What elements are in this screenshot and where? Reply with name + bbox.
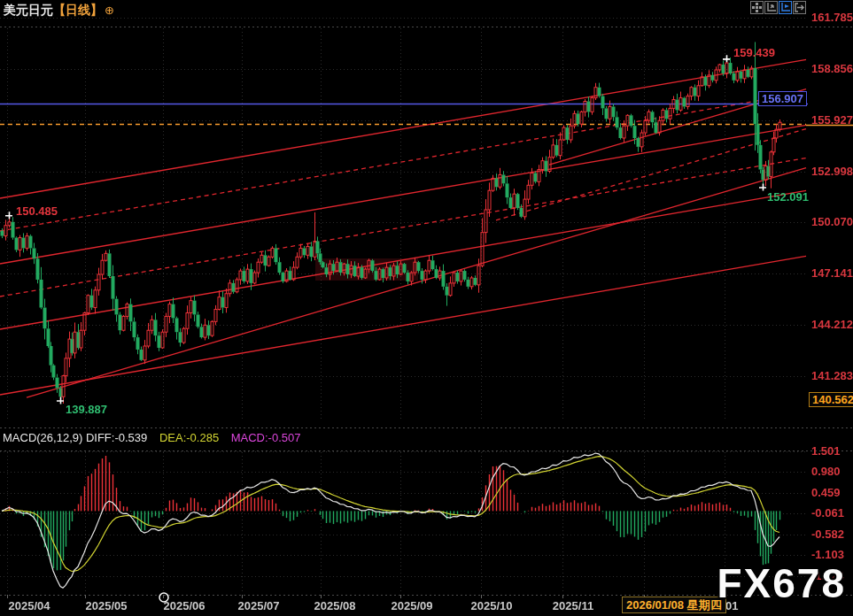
macd-axis-label: 1.501 bbox=[811, 445, 841, 458]
macd-value: MACD:-0.507 bbox=[231, 431, 301, 444]
time-axis-label: 2025/08 bbox=[314, 599, 356, 612]
price-axis-label: 150.070 bbox=[811, 216, 853, 228]
macd-axis-label: -0.061 bbox=[811, 507, 844, 520]
macd-dea-value: DEA:-0.285 bbox=[159, 431, 219, 444]
chart-toolbar bbox=[750, 1, 806, 14]
macd-indicator-header[interactable]: MACD(26,12,9) DIFF:-0.539 DEA:-0.285 MAC… bbox=[3, 431, 300, 444]
axis-scale-icon bbox=[766, 3, 776, 12]
time-axis-label: 2025/10 bbox=[471, 599, 513, 612]
pan-right-tool-button[interactable] bbox=[793, 1, 806, 14]
peak-price-label: 159.439 bbox=[733, 46, 775, 59]
crosshair-tool-button[interactable] bbox=[750, 1, 764, 14]
time-axis-label: 2025/09 bbox=[392, 599, 433, 612]
macd-axis-label: 0.459 bbox=[811, 487, 841, 499]
price-axis-label: 155.927 bbox=[811, 114, 853, 127]
time-axis-label: 2025/11 bbox=[553, 599, 593, 612]
macd-axis-label: -0.582 bbox=[811, 528, 844, 541]
instrument-title: 美元日元 bbox=[4, 3, 53, 17]
titlebar: 美元日元【日线】⊕ bbox=[4, 3, 114, 19]
pan-right-icon bbox=[795, 3, 804, 12]
crosshair-icon bbox=[752, 3, 762, 12]
price-axis-label: 141.283 bbox=[811, 370, 853, 382]
time-axis-label: 2025/05 bbox=[86, 599, 128, 612]
timeframe-label[interactable]: 【日线】 bbox=[53, 3, 103, 17]
crash-low-label: 152.091 bbox=[767, 190, 809, 204]
macd-diff-value: MACD(26,12,9) DIFF:-0.539 bbox=[3, 431, 147, 444]
macd-axis-label: 0.980 bbox=[811, 466, 841, 478]
crosshair-date-label: 2026/01/08 星期四 bbox=[622, 597, 726, 613]
time-axis-label: 2025/04 bbox=[9, 599, 50, 612]
crosshair-price-label: 140.562 bbox=[809, 392, 853, 407]
axis-flag-tool-button[interactable] bbox=[779, 1, 792, 14]
price-axis-label: 152.998 bbox=[811, 166, 853, 178]
blue-level-label[interactable]: 156.907 bbox=[758, 91, 807, 106]
add-indicator-icon[interactable]: ⊕ bbox=[105, 4, 114, 17]
price-axis-label: 144.212 bbox=[811, 319, 853, 331]
time-axis-label: 2025/07 bbox=[238, 599, 280, 612]
price-axis-label: 161.785 bbox=[811, 12, 853, 24]
april-high-label: 150.485 bbox=[16, 204, 58, 218]
chart-canvas[interactable] bbox=[0, 0, 853, 616]
fx678-watermark: FX678 bbox=[717, 559, 846, 607]
axis-flag-icon bbox=[780, 3, 790, 12]
axis-scale-tool-button[interactable] bbox=[764, 1, 778, 14]
april-low-label: 139.887 bbox=[66, 403, 107, 416]
price-axis-label: 158.856 bbox=[811, 63, 853, 75]
chart-app: 美元日元【日线】⊕ MACD(26,12,9) DIFF:-0.539 DEA:… bbox=[0, 0, 853, 616]
time-axis-label: 2025/06 bbox=[164, 599, 205, 612]
price-axis-label: 147.141 bbox=[811, 267, 853, 280]
